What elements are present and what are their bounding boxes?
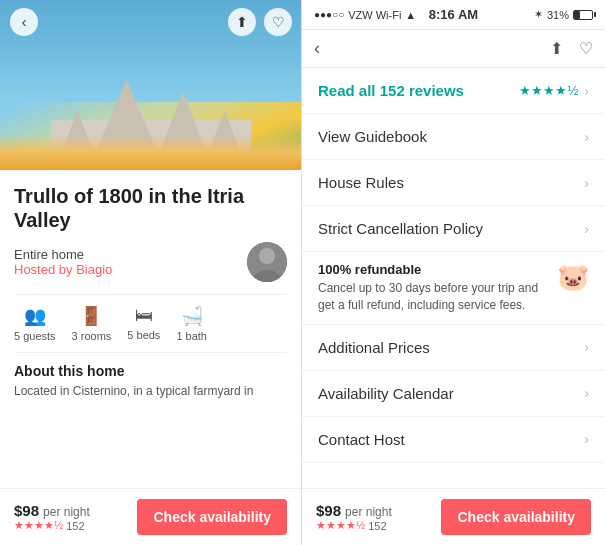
property-title: Trullo of 1800 in the Itria Valley xyxy=(14,184,287,232)
svg-point-1 xyxy=(259,248,275,264)
left-stars-row: ★★★★½ 152 xyxy=(14,519,90,532)
menu-item-contact-host[interactable]: Contact Host › xyxy=(302,417,605,463)
hero-heart-button[interactable]: ♡ xyxy=(264,8,292,36)
stat-bath: 🛁 1 bath xyxy=(176,305,207,342)
refundable-desc: Cancel up to 30 days before your trip an… xyxy=(318,280,549,314)
host-type: Entire home xyxy=(14,247,112,262)
right-back-button[interactable]: ‹ xyxy=(314,38,320,59)
left-panel: ‹ ⬆ ♡ Trullo of 1800 in the Itria Valley… xyxy=(0,0,302,545)
house-rules-chevron: › xyxy=(584,175,589,191)
left-price-per: per night xyxy=(43,505,90,519)
status-left: ●●●○○ VZW Wi-Fi ▲ xyxy=(314,9,416,21)
guests-icon: 👥 xyxy=(24,305,46,327)
right-nav-row: ‹ ⬆ ♡ xyxy=(302,30,605,68)
contact-host-label: Contact Host xyxy=(318,431,405,448)
left-content: Trullo of 1800 in the Itria Valley Entir… xyxy=(0,170,301,488)
additional-prices-chevron: › xyxy=(584,339,589,355)
beds-icon: 🛏 xyxy=(135,305,153,326)
right-stars-row: ★★★★½ 152 xyxy=(316,519,392,532)
refundable-text: 100% refundable Cancel up to 30 days bef… xyxy=(318,262,549,314)
reviews-label: Read all 152 reviews xyxy=(318,82,464,99)
availability-label: Availability Calendar xyxy=(318,385,454,402)
right-share-button[interactable]: ⬆ xyxy=(550,39,563,58)
battery-icon xyxy=(573,10,593,20)
right-review-count: 152 xyxy=(368,520,386,532)
wifi-icon: ▲ xyxy=(405,9,416,21)
refundable-title: 100% refundable xyxy=(318,262,549,277)
hero-nav: ‹ ⬆ ♡ xyxy=(0,8,302,36)
host-info: Entire home Hosted by Biagio xyxy=(14,242,287,282)
menu-item-availability[interactable]: Availability Calendar › xyxy=(302,371,605,417)
hero-back-button[interactable]: ‹ xyxy=(10,8,38,36)
about-text: Located in Cisternino, in a typical farm… xyxy=(14,383,287,400)
host-avatar xyxy=(247,242,287,282)
hero-share-button[interactable]: ⬆ xyxy=(228,8,256,36)
property-stats: 👥 5 guests 🚪 3 rooms 🛏 5 beds 🛁 1 bath xyxy=(14,294,287,353)
right-panel: ●●●○○ VZW Wi-Fi ▲ 8:16 AM ✶ 31% ‹ ⬆ ♡ Re… xyxy=(302,0,605,545)
availability-chevron: › xyxy=(584,385,589,401)
left-footer: $98 per night ★★★★½ 152 Check availabili… xyxy=(0,488,301,545)
about-title: About this home xyxy=(14,363,287,379)
battery-pct: 31% xyxy=(547,9,569,21)
reviews-stars: ★★★★½ xyxy=(519,83,578,98)
left-check-availability-button[interactable]: Check availability xyxy=(137,499,287,535)
menu-item-additional-prices[interactable]: Additional Prices › xyxy=(302,325,605,371)
bluetooth-icon: ✶ xyxy=(534,8,543,21)
right-stars: ★★★★½ xyxy=(316,519,365,532)
carrier-label: VZW Wi-Fi xyxy=(348,9,401,21)
rooms-icon: 🚪 xyxy=(80,305,102,327)
status-right: ✶ 31% xyxy=(534,8,593,21)
piggy-bank-icon: 🐷 xyxy=(557,262,589,293)
menu-item-cancellation[interactable]: Strict Cancellation Policy › xyxy=(302,206,605,252)
right-nav-actions: ⬆ ♡ xyxy=(550,39,593,58)
additional-prices-label: Additional Prices xyxy=(318,339,430,356)
refundable-block: 100% refundable Cancel up to 30 days bef… xyxy=(302,252,605,325)
left-review-count: 152 xyxy=(66,520,84,532)
bath-icon: 🛁 xyxy=(181,305,203,327)
signal-icon: ●●●○○ xyxy=(314,9,344,20)
hero-image: ‹ ⬆ ♡ xyxy=(0,0,302,170)
guidebook-chevron: › xyxy=(584,129,589,145)
right-check-availability-button[interactable]: Check availability xyxy=(441,499,591,535)
left-price-info: $98 per night ★★★★½ 152 xyxy=(14,502,90,532)
about-section: About this home Located in Cisternino, i… xyxy=(14,363,287,400)
right-price-amount: $98 xyxy=(316,502,341,519)
menu-item-house-rules[interactable]: House Rules › xyxy=(302,160,605,206)
right-price-per: per night xyxy=(345,505,392,519)
menu-item-reviews[interactable]: Read all 152 reviews ★★★★½ › xyxy=(302,68,605,114)
house-rules-label: House Rules xyxy=(318,174,404,191)
reviews-chevron: › xyxy=(584,83,589,99)
left-price-amount: $98 xyxy=(14,502,39,519)
time-display: 8:16 AM xyxy=(429,7,478,22)
right-heart-button[interactable]: ♡ xyxy=(579,39,593,58)
hosted-by: Hosted by Biagio xyxy=(14,262,112,277)
cancellation-chevron: › xyxy=(584,221,589,237)
status-bar: ●●●○○ VZW Wi-Fi ▲ 8:16 AM ✶ 31% xyxy=(302,0,605,30)
stat-beds: 🛏 5 beds xyxy=(127,305,160,342)
right-price-info: $98 per night ★★★★½ 152 xyxy=(316,502,392,532)
menu-item-guidebook[interactable]: View Guidebook › xyxy=(302,114,605,160)
host-name-link[interactable]: Biagio xyxy=(76,262,112,277)
left-stars: ★★★★½ xyxy=(14,519,63,532)
stat-guests: 👥 5 guests xyxy=(14,305,56,342)
contact-host-chevron: › xyxy=(584,431,589,447)
guidebook-label: View Guidebook xyxy=(318,128,427,145)
right-menu-list: Read all 152 reviews ★★★★½ › View Guideb… xyxy=(302,68,605,488)
stat-rooms: 🚪 3 rooms xyxy=(72,305,112,342)
right-footer: $98 per night ★★★★½ 152 Check availabili… xyxy=(302,488,605,545)
cancellation-label: Strict Cancellation Policy xyxy=(318,220,483,237)
